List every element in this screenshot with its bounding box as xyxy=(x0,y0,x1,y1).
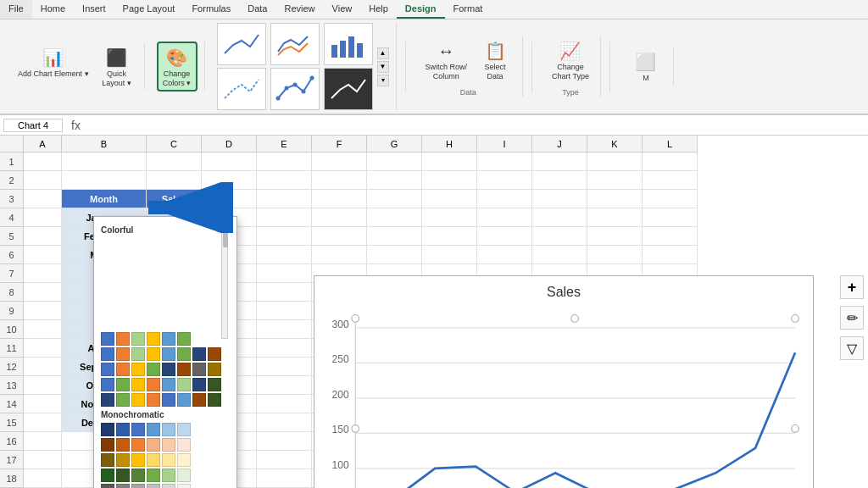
colorful-swatch-3-3[interactable] xyxy=(147,378,160,391)
cell-A12[interactable] xyxy=(24,358,62,376)
cell-A4[interactable] xyxy=(24,208,62,227)
colorful-swatch-4-4[interactable] xyxy=(162,393,175,407)
chart-style-3[interactable] xyxy=(324,23,373,65)
mono-swatch-0-0[interactable] xyxy=(101,423,114,436)
mono-swatch-0-1[interactable] xyxy=(116,423,130,436)
chart-style-6[interactable] xyxy=(324,68,373,110)
mono-swatch-1-2[interactable] xyxy=(131,438,145,452)
cell-G4[interactable] xyxy=(367,208,422,227)
mono-swatch-2-1[interactable] xyxy=(116,453,130,467)
cell-I6[interactable] xyxy=(477,246,532,264)
colorful-swatch-4-3[interactable] xyxy=(147,393,160,407)
colorful-swatch-4-2[interactable] xyxy=(131,393,145,407)
colorful-swatch-0-5[interactable] xyxy=(177,332,191,346)
colorful-swatch-0-3[interactable] xyxy=(147,332,160,346)
cell-A3[interactable] xyxy=(24,190,62,208)
cell-C1[interactable] xyxy=(147,152,202,171)
cell-A16[interactable] xyxy=(24,432,62,451)
cell-I4[interactable] xyxy=(477,208,532,227)
cell-G2[interactable] xyxy=(367,171,422,190)
colorful-swatch-4-7[interactable] xyxy=(208,393,221,407)
mono-swatch-3-2[interactable] xyxy=(131,469,145,482)
colorful-swatch-1-2[interactable] xyxy=(131,347,145,361)
cell-B1[interactable] xyxy=(62,152,147,171)
colorful-swatch-2-7[interactable] xyxy=(208,363,221,376)
mono-swatch-0-2[interactable] xyxy=(131,423,145,436)
mono-swatch-1-5[interactable] xyxy=(177,438,191,452)
colorful-swatch-3-6[interactable] xyxy=(192,378,206,391)
mono-swatch-0-4[interactable] xyxy=(162,423,175,436)
cell-A14[interactable] xyxy=(24,395,62,413)
cell-L1[interactable] xyxy=(643,152,698,171)
ribbon-tab-data[interactable]: Data xyxy=(239,0,275,19)
ribbon-tab-review[interactable]: Review xyxy=(275,0,323,19)
mono-swatch-4-4[interactable] xyxy=(162,484,175,488)
change-colors-button[interactable]: 🎨 ChangeColors ▾ xyxy=(157,42,198,92)
cell-D3[interactable] xyxy=(202,190,257,208)
cell-L3[interactable] xyxy=(643,190,698,208)
cell-A2[interactable] xyxy=(24,171,62,190)
cell-I5[interactable] xyxy=(477,227,532,246)
colorful-swatch-4-5[interactable] xyxy=(177,393,191,407)
cell-I1[interactable] xyxy=(477,152,532,171)
cell-E10[interactable] xyxy=(257,320,312,339)
ribbon-tab-view[interactable]: View xyxy=(324,0,361,19)
cell-G5[interactable] xyxy=(367,227,422,246)
cell-K5[interactable] xyxy=(587,227,643,246)
cell-E12[interactable] xyxy=(257,358,312,376)
cell-E2[interactable] xyxy=(257,171,312,190)
cell-A5[interactable] xyxy=(24,227,62,246)
cell-F6[interactable] xyxy=(312,246,367,264)
cell-E6[interactable] xyxy=(257,246,312,264)
chart-style-2[interactable] xyxy=(270,23,320,65)
cell-K1[interactable] xyxy=(587,152,643,171)
ribbon-tab-home[interactable]: Home xyxy=(32,0,74,19)
cell-F3[interactable] xyxy=(312,190,367,208)
cell-A1[interactable] xyxy=(24,152,62,171)
cell-D2[interactable] xyxy=(202,171,257,190)
mono-swatch-4-0[interactable] xyxy=(101,484,114,488)
cell-A7[interactable] xyxy=(24,264,62,283)
quick-layout-button[interactable]: ⬛ QuickLayout ▾ xyxy=(97,43,137,91)
colorful-swatch-1-1[interactable] xyxy=(116,347,130,361)
colorful-swatch-3-7[interactable] xyxy=(208,378,221,391)
colorful-swatch-2-6[interactable] xyxy=(192,363,206,376)
cell-A15[interactable] xyxy=(24,413,62,432)
mono-swatch-3-0[interactable] xyxy=(101,469,114,482)
ribbon-tab-design[interactable]: Design xyxy=(397,0,445,19)
colorful-swatch-1-5[interactable] xyxy=(177,347,191,361)
cell-E5[interactable] xyxy=(257,227,312,246)
cell-H3[interactable] xyxy=(422,190,477,208)
mono-swatch-4-1[interactable] xyxy=(116,484,130,488)
mono-swatch-3-4[interactable] xyxy=(162,469,175,482)
cell-I2[interactable] xyxy=(477,171,532,190)
cell-H2[interactable] xyxy=(422,171,477,190)
cell-A18[interactable] xyxy=(24,469,62,488)
cell-I3[interactable] xyxy=(477,190,532,208)
cell-L4[interactable] xyxy=(643,208,698,227)
colorful-swatch-0-4[interactable] xyxy=(162,332,175,346)
colorful-swatch-2-3[interactable] xyxy=(147,363,160,376)
cell-B2[interactable] xyxy=(62,171,147,190)
cell-E18[interactable] xyxy=(257,469,312,488)
colorful-swatch-3-1[interactable] xyxy=(116,378,130,391)
mono-swatch-3-5[interactable] xyxy=(177,469,191,482)
colorful-swatch-1-7[interactable] xyxy=(208,347,221,361)
mono-swatch-1-3[interactable] xyxy=(147,438,160,452)
gallery-scroll-up[interactable]: ▲ xyxy=(377,47,389,59)
colorful-swatch-4-6[interactable] xyxy=(192,393,206,407)
colorful-swatch-2-1[interactable] xyxy=(116,363,130,376)
mono-swatch-0-5[interactable] xyxy=(177,423,191,436)
colorful-swatch-3-2[interactable] xyxy=(131,378,145,391)
colorful-swatch-3-0[interactable] xyxy=(101,378,114,391)
cell-A13[interactable] xyxy=(24,376,62,395)
chart-style-1[interactable] xyxy=(217,23,266,65)
mono-swatch-2-5[interactable] xyxy=(177,453,191,467)
cell-A9[interactable] xyxy=(24,302,62,320)
cell-E14[interactable] xyxy=(257,395,312,413)
colorful-swatch-1-3[interactable] xyxy=(147,347,160,361)
gallery-scroll-expand[interactable]: ▾ xyxy=(377,75,389,86)
colorful-swatch-2-5[interactable] xyxy=(177,363,191,376)
cell-L6[interactable] xyxy=(643,246,698,264)
cell-L5[interactable] xyxy=(643,227,698,246)
